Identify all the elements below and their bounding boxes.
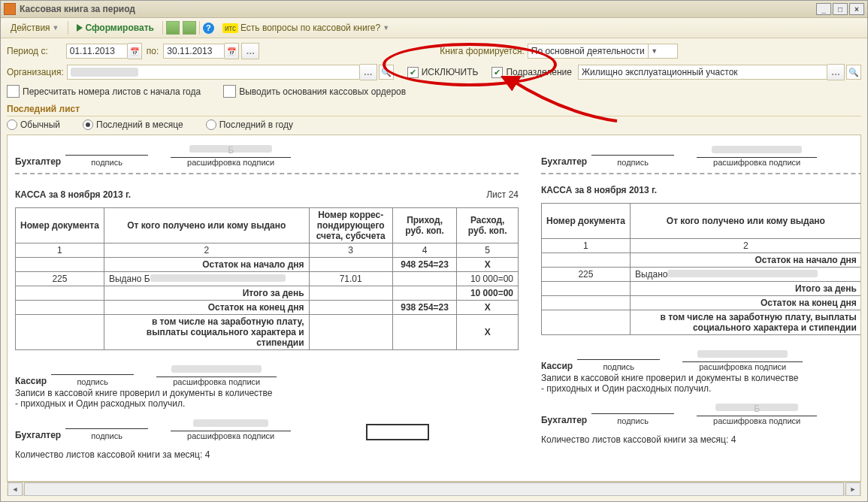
actions-menu[interactable]: Действия▼ [5, 20, 65, 35]
accountant-label: Бухгалтер [15, 156, 61, 167]
output-basis-checkbox[interactable] [223, 85, 236, 98]
org-input[interactable] [67, 65, 360, 80]
its-help-link[interactable]: итсЕсть вопросы по кассовой книге?▼ [217, 20, 395, 35]
output-basis-label: Выводить основания кассовых ордеров [239, 86, 406, 97]
subdivision-picker-button[interactable]: … [827, 64, 845, 80]
search-icon[interactable]: 🔍 [379, 65, 394, 80]
maximize-button[interactable]: □ [833, 3, 848, 15]
cashier-label: Кассир [15, 376, 47, 386]
radio-last-month[interactable] [83, 119, 93, 130]
exclude-checkbox[interactable]: ✔ [407, 67, 419, 78]
help-icon[interactable]: ? [203, 23, 214, 34]
settings-icon-1[interactable] [166, 21, 180, 35]
period-picker-button[interactable]: … [241, 43, 259, 59]
its-badge: итс [222, 23, 238, 33]
minimize-button[interactable]: _ [816, 3, 831, 15]
book-label: Книга формируется: [440, 46, 525, 56]
scroll-left-button[interactable]: ◄ [8, 482, 23, 496]
toolbar: Действия▼ Сформировать ? итсЕсть вопросы… [1, 18, 867, 38]
last-sheet-section: Последний лист [7, 102, 861, 116]
document-area[interactable]: Бухгалтер подпись Брасшифровка подписи К… [7, 135, 861, 482]
date-to-input[interactable]: 30.11.2013 [163, 44, 225, 59]
search-icon[interactable]: 🔍 [846, 65, 861, 80]
org-picker-button[interactable]: … [360, 64, 377, 80]
calendar-icon[interactable]: 📅 [225, 43, 239, 59]
kassa-title: КАССА за 8 ноября 2013 г. [15, 189, 131, 200]
org-label: Организация: [7, 67, 64, 77]
close-button[interactable]: × [849, 3, 864, 15]
scroll-right-button[interactable]: ► [845, 482, 860, 496]
window-title: Кассовая книга за период [20, 4, 135, 14]
recount-label: Пересчитать номера листов с начала года [23, 86, 201, 97]
calendar-icon[interactable]: 📅 [128, 43, 142, 59]
sheet-count: Количество листов кассовой книги за меся… [15, 449, 519, 460]
app-icon [4, 3, 16, 15]
period-label: Период с: [7, 46, 48, 56]
sheet-number: Лист 24 [486, 189, 519, 207]
radio-usual[interactable] [7, 119, 17, 130]
settings-icon-2[interactable] [183, 21, 196, 35]
play-icon [77, 24, 83, 32]
recount-checkbox[interactable] [7, 85, 20, 98]
chevron-down-icon: ▼ [648, 44, 661, 58]
date-from-input[interactable]: 01.11.2013 [66, 44, 128, 59]
annotation-arrow [497, 76, 625, 129]
h-scrollbar[interactable]: ◄ ► [7, 482, 861, 496]
titlebar: Кассовая книга за период _ □ × [1, 1, 867, 18]
form-button[interactable]: Сформировать [71, 20, 159, 35]
radio-last-year[interactable] [206, 119, 216, 130]
to-label: по: [147, 46, 159, 56]
kassa-table: Номер документа От кого получено или ком… [15, 207, 519, 350]
exclude-label: ИСКЛЮЧИТЬ [422, 67, 479, 77]
book-type-dropdown[interactable]: По основной деятельности▼ [528, 44, 678, 59]
